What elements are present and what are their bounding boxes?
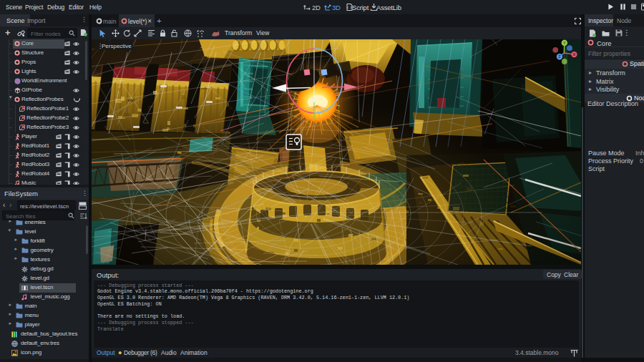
- svg-text:X: X: [573, 52, 576, 57]
- svg-text:Perspective: Perspective: [102, 43, 132, 49]
- svg-text:Y: Y: [563, 41, 566, 45]
